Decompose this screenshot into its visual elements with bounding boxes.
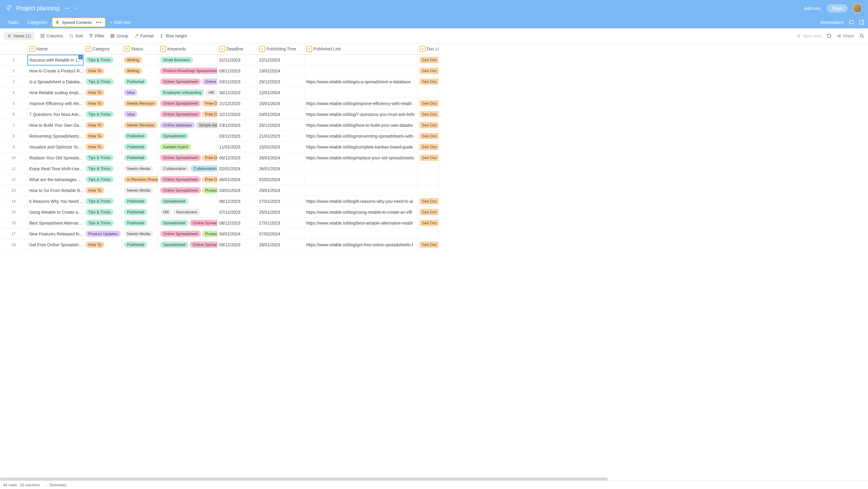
cell-pubtime[interactable]: 26/01/2024 [257, 152, 304, 163]
addons-link[interactable]: Add-ons [804, 6, 820, 11]
cell-status[interactable]: Needs Media [122, 185, 158, 196]
cell-name[interactable]: Enjoy Real-Time Multi-Use... [27, 163, 84, 174]
cell-keywords[interactable]: SpreadsheetOnline Spreads [158, 218, 217, 229]
cell-pubtime[interactable]: 15/02/2023 [257, 142, 304, 152]
row-number[interactable]: 11 [0, 163, 27, 174]
views-button[interactable]: Views (1) [4, 32, 34, 40]
cell-keywords[interactable]: Kanban board [158, 142, 217, 152]
cell-category[interactable]: How To [84, 120, 122, 131]
cell-doc[interactable] [418, 229, 439, 239]
cell-link[interactable] [304, 87, 418, 98]
cell-category[interactable]: Tips & Tricks [84, 55, 122, 65]
cell-pubtime[interactable]: 26/01/2024 [257, 163, 304, 174]
cell-keywords[interactable]: Product Roadmap Spreadshee [158, 65, 217, 76]
cell-status[interactable]: Published [122, 76, 158, 87]
cell-deadline[interactable]: 09/11/2023 [217, 65, 257, 76]
cell-category[interactable]: How To [84, 87, 122, 98]
column-header-4[interactable]: Deadline [217, 44, 257, 55]
cell-link[interactable]: https://www.retable.io/blog/complete-kan… [304, 142, 418, 152]
cell-link[interactable]: https://www.retable.io/blog/is-a-spreads… [304, 76, 418, 87]
share-button[interactable]: Share [837, 33, 854, 38]
cell-deadline[interactable]: 06/12/2023 [217, 196, 257, 207]
cell-status[interactable]: Needs Revision [122, 98, 158, 109]
cell-doc[interactable] [418, 174, 439, 185]
cell-keywords[interactable]: Spreadsheet [158, 131, 217, 142]
data-grid[interactable]: NameCategoryStatusKeywordsDeadlinePublis… [0, 44, 868, 250]
column-header-1[interactable]: Category [84, 44, 122, 55]
cell-status[interactable]: Published [122, 152, 158, 163]
cell-deadline[interactable]: 03/01/2024 [217, 185, 257, 196]
cell-link[interactable] [304, 163, 418, 174]
cell-deadline[interactable]: 11/01/2023 [217, 142, 257, 152]
cell-name[interactable]: Visualize and Optimize Yo... [27, 142, 84, 152]
cell-pubtime[interactable]: 25/12/2023 [257, 120, 304, 131]
cell-keywords[interactable]: CollaborationCollaboration [158, 163, 217, 174]
cell-pubtime[interactable]: 22/12/2023 [257, 55, 304, 65]
cell-keywords[interactable]: Online SpreadsheetFree On [158, 109, 217, 120]
panel-icon[interactable] [859, 20, 864, 25]
cell-link[interactable]: https://www.retable.io/blog/reinventing-… [304, 131, 418, 142]
group-button[interactable]: Group [111, 33, 128, 38]
cell-link[interactable] [304, 229, 418, 239]
cell-name[interactable]: Improve Efficiency with Re... [27, 98, 84, 109]
cell-doc[interactable]: See Doc [418, 196, 439, 207]
column-header-2[interactable]: Status [122, 44, 158, 55]
cell-deadline[interactable]: 03/12/2023 [217, 131, 257, 142]
cell-category[interactable]: How To [84, 98, 122, 109]
cell-doc[interactable] [418, 185, 439, 196]
cell-deadline[interactable]: 04/01/2024 [217, 229, 257, 239]
cell-name[interactable]: How to Build Your Own Da... [27, 120, 84, 131]
cell-keywords[interactable]: Small Business [158, 55, 217, 65]
row-number[interactable]: 18 [0, 239, 27, 250]
cell-doc[interactable]: See Doc [418, 55, 439, 65]
cell-deadline[interactable]: 07/12/2023 [217, 207, 257, 218]
tab-tasks[interactable]: Tasks [4, 16, 23, 28]
column-header-6[interactable]: Published Link [304, 44, 418, 55]
cell-keywords[interactable]: Online SpreadsheetFree On [158, 174, 217, 185]
syncnow-button[interactable]: Sync now [797, 33, 821, 38]
team-badge[interactable]: Team [827, 4, 847, 12]
cell-name[interactable]: Replace Your Old Spreads... [27, 152, 84, 163]
cell-category[interactable]: Product Updates [84, 229, 122, 239]
search-icon[interactable] [860, 33, 864, 38]
cell-name[interactable]: New Features Released fo... [27, 229, 84, 239]
cell-status[interactable]: Published [122, 239, 158, 250]
cell-link[interactable] [304, 185, 418, 196]
cell-category[interactable]: Tips & Tricks [84, 76, 122, 87]
cell-pubtime[interactable]: 19/01/2024 [257, 65, 304, 76]
cell-deadline[interactable]: 06/01/2024 [217, 174, 257, 185]
project-title[interactable]: Project planning [16, 5, 59, 12]
cell-category[interactable]: How To [84, 142, 122, 152]
columns-button[interactable]: Columns [40, 33, 63, 38]
summary-dropdown[interactable]: Summary [45, 483, 66, 487]
cell-link[interactable]: https://www.retable.io/blog/7-questions-… [304, 109, 418, 120]
cell-deadline[interactable]: 01/11/2023 [217, 55, 257, 65]
cell-category[interactable]: Tips & Tricks [84, 207, 122, 218]
cell-category[interactable]: How To [84, 239, 122, 250]
cell-doc[interactable]: See Doc [418, 76, 439, 87]
cell-doc[interactable]: See Doc [418, 65, 439, 76]
cell-keywords[interactable]: Online SpreadsheetFree On [158, 98, 217, 109]
cell-category[interactable]: How To [84, 65, 122, 76]
cell-keywords[interactable]: Spreadsheet [158, 196, 217, 207]
cell-pubtime[interactable]: 29/12/2023 [257, 76, 304, 87]
cell-deadline[interactable]: 03/11/2023 [217, 76, 257, 87]
tab-synced-contents[interactable]: Synced Contents ••• [52, 18, 106, 27]
cell-keywords[interactable]: Employee onboardingHR [158, 87, 217, 98]
tab-categories[interactable]: Categories [23, 16, 52, 28]
refresh-icon[interactable] [827, 33, 832, 38]
cell-status[interactable]: Idea [122, 109, 158, 120]
horizontal-scrollbar[interactable] [0, 478, 608, 481]
column-header-3[interactable]: Keywords [158, 44, 217, 55]
row-number[interactable]: 6 [0, 109, 27, 120]
cell-link[interactable]: https://www.retable.io/blog/replace-your… [304, 152, 418, 163]
cell-pubtime[interactable]: 28/01/2023 [257, 239, 304, 250]
cell-name[interactable]: Is a Spreadsheet a Databa... [27, 76, 84, 87]
cell-name[interactable]: Reinventing Spreadsheets... [27, 131, 84, 142]
cell-link[interactable]: https://www.retable.io/blog/using-retabl… [304, 207, 418, 218]
cell-keywords[interactable]: HRRecruitment [158, 207, 217, 218]
column-header-7[interactable]: Doc Lin [418, 44, 439, 55]
add-new-tab[interactable]: + Add new [110, 20, 131, 25]
cell-link[interactable]: https://www.retable.io/blog/improve-effi… [304, 98, 418, 109]
cell-keywords[interactable]: Online SpreadsheetProduct [158, 185, 217, 196]
